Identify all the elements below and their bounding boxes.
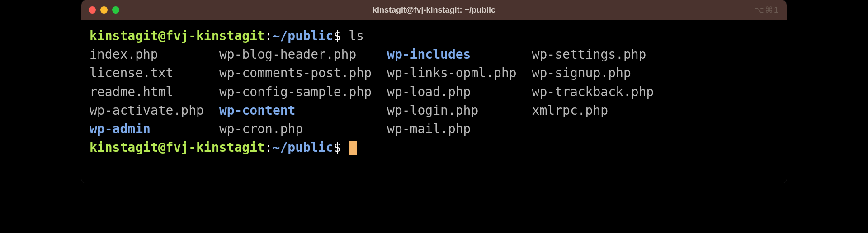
window-title: kinstagit@fvj-kinstagit: ~/public: [373, 5, 495, 15]
file-entry: index.php: [90, 46, 204, 63]
ls-output: index.phpwp-blog-header.phpwp-includeswp…: [90, 46, 778, 138]
prompt-user-host: kinstagit@fvj-kinstagit: [90, 140, 265, 155]
file-entry: wp-blog-header.php: [219, 46, 372, 63]
file-entry: license.txt: [90, 64, 204, 82]
file-entry: wp-mail.php: [387, 120, 517, 138]
prompt-colon: :: [265, 140, 273, 155]
file-entry: xmlrpc.php: [532, 102, 654, 119]
prompt-dollar: $: [333, 140, 341, 155]
prompt-path: ~/public: [273, 140, 334, 155]
prompt-dollar: $: [333, 28, 341, 43]
maximize-icon[interactable]: [112, 6, 119, 14]
file-entry: wp-trackback.php: [532, 83, 654, 101]
directory-entry: wp-includes: [387, 46, 517, 63]
cursor: [349, 141, 357, 155]
directory-entry: wp-content: [219, 102, 372, 119]
titlebar: kinstagit@fvj-kinstagit: ~/public ⌥⌘1: [81, 0, 787, 20]
file-entry: wp-signup.php: [532, 64, 654, 82]
file-entry: wp-settings.php: [532, 46, 654, 63]
file-entry: wp-load.php: [387, 83, 517, 101]
prompt-colon: :: [265, 28, 273, 43]
terminal-body[interactable]: kinstagit@fvj-kinstagit:~/public$ ls ind…: [81, 20, 787, 183]
file-entry: wp-links-opml.php: [387, 64, 517, 82]
file-entry: wp-config-sample.php: [219, 83, 372, 101]
prompt-line-1: kinstagit@fvj-kinstagit:~/public$ ls: [90, 27, 778, 45]
file-entry: wp-cron.php: [219, 120, 372, 138]
titlebar-right-icons: ⌥⌘1: [755, 5, 779, 15]
prompt-line-2: kinstagit@fvj-kinstagit:~/public$: [90, 139, 778, 156]
minimize-icon[interactable]: [100, 6, 108, 14]
prompt-user-host: kinstagit@fvj-kinstagit: [90, 28, 265, 43]
directory-entry: wp-admin: [90, 120, 204, 138]
file-entry: wp-login.php: [387, 102, 517, 119]
terminal-window: kinstagit@fvj-kinstagit: ~/public ⌥⌘1 ki…: [81, 0, 787, 183]
close-icon[interactable]: [89, 6, 96, 14]
file-entry: wp-activate.php: [90, 102, 204, 119]
command-text: ls: [349, 28, 364, 43]
file-entry: readme.html: [90, 83, 204, 101]
traffic-lights: [89, 6, 119, 14]
file-entry: wp-comments-post.php: [219, 64, 372, 82]
prompt-path: ~/public: [273, 28, 334, 43]
